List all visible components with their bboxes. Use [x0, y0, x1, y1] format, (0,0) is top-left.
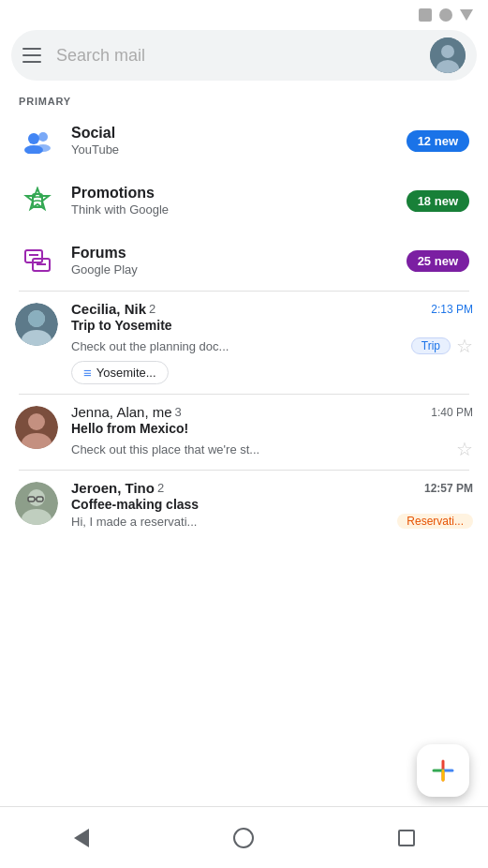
email-cecilia[interactable]: Cecilia, Nik 2 2:13 PM Trip to Yosemite … [0, 292, 488, 394]
email-sender-jeroen: Jeroen, Tino [71, 480, 155, 496]
email-subject-jeroen: Coffee-making class [71, 497, 473, 512]
section-primary-label: PRIMARY [0, 88, 488, 111]
avatar-jeroen [15, 482, 58, 525]
category-forums[interactable]: Forums Google Play 25 new [0, 231, 488, 291]
avatar-jenna [15, 406, 58, 449]
doc-label-cecilia: Yosemite... [96, 366, 156, 380]
email-time-jeroen: 12:57 PM [424, 482, 473, 495]
email-time-jenna: 1:40 PM [431, 406, 473, 419]
email-preview-jeroen: Hi, I made a reservati... [71, 515, 392, 529]
email-jeroen[interactable]: Jeroen, Tino 2 12:57 PM Coffee-making cl… [0, 471, 488, 538]
email-sender-row: Cecilia, Nik 2 [71, 301, 155, 317]
promotions-name: Promotions [71, 185, 407, 202]
email-body-cecilia: Cecilia, Nik 2 2:13 PM Trip to Yosemite … [71, 301, 473, 384]
email-tag-cecilia: Trip [411, 337, 451, 354]
nav-back-button[interactable] [67, 824, 96, 852]
back-icon [74, 829, 89, 847]
forums-icon [19, 242, 56, 279]
promotions-badge: 18 new [407, 190, 469, 212]
doc-chip-cecilia[interactable]: ≡ Yosemite... [71, 361, 169, 384]
email-count-jeroen: 2 [157, 481, 164, 495]
forums-info: Forums Google Play [71, 245, 407, 277]
status-icon-square [419, 8, 432, 22]
svg-point-17 [28, 413, 45, 430]
svg-point-6 [36, 144, 51, 152]
social-name: Social [71, 125, 407, 142]
user-avatar[interactable] [430, 37, 466, 73]
bottom-nav [0, 806, 488, 868]
social-info: Social YouTube [71, 125, 407, 157]
star-cecilia[interactable]: ☆ [456, 335, 473, 357]
email-sender-row-jenna: Jenna, Alan, me 3 [71, 404, 182, 420]
svg-point-4 [38, 132, 48, 142]
search-bar[interactable]: Search mail [11, 30, 477, 81]
email-body-jenna: Jenna, Alan, me 3 1:40 PM Hello from Mex… [71, 404, 473, 460]
email-sender-jenna: Jenna, Alan, me [71, 404, 172, 420]
email-subject-jenna: Hello from Mexico! [71, 421, 473, 436]
search-input-placeholder[interactable]: Search mail [56, 46, 430, 66]
menu-button[interactable] [22, 48, 41, 63]
home-icon [233, 828, 254, 848]
star-jenna[interactable]: ☆ [456, 438, 473, 460]
email-sender-row-jeroen: Jeroen, Tino 2 [71, 480, 164, 496]
doc-icon: ≡ [83, 365, 92, 381]
svg-point-15 [28, 310, 45, 327]
category-social[interactable]: Social YouTube 12 new [0, 111, 488, 171]
promotions-icon [19, 182, 56, 219]
forums-badge: 25 new [407, 250, 469, 272]
social-badge: 12 new [407, 130, 469, 152]
nav-recents-button[interactable] [392, 824, 421, 852]
email-preview-jenna: Check out this place that we're st... [71, 442, 451, 456]
email-count-cecilia: 2 [149, 302, 155, 316]
avatar-cecilia [15, 303, 58, 346]
social-sub: YouTube [71, 142, 407, 157]
email-preview-cecilia: Check out the planning doc... [71, 339, 406, 353]
compose-fab[interactable] [417, 744, 469, 797]
nav-home-button[interactable] [229, 824, 258, 852]
status-icon-triangle [460, 9, 473, 21]
promotions-info: Promotions Think with Google [71, 185, 407, 217]
email-body-jeroen: Jeroen, Tino 2 12:57 PM Coffee-making cl… [71, 480, 473, 529]
forums-name: Forums [71, 245, 407, 262]
status-icon-circle [439, 8, 452, 22]
email-sender-cecilia: Cecilia, Nik [71, 301, 146, 317]
social-icon [19, 122, 56, 159]
status-bar [0, 0, 488, 30]
svg-point-1 [441, 45, 454, 58]
email-jenna[interactable]: Jenna, Alan, me 3 1:40 PM Hello from Mex… [0, 395, 488, 470]
email-list: Cecilia, Nik 2 2:13 PM Trip to Yosemite … [0, 292, 488, 538]
email-time-cecilia: 2:13 PM [431, 303, 473, 316]
email-count-jenna: 3 [175, 405, 182, 419]
recents-icon [398, 830, 415, 846]
svg-point-3 [28, 133, 39, 144]
forums-sub: Google Play [71, 262, 407, 277]
reservation-chip-jeroen: Reservati... [397, 514, 473, 529]
email-subject-cecilia: Trip to Yosemite [71, 318, 473, 333]
category-list: Social YouTube 12 new Promotions Think w… [0, 111, 488, 291]
category-promotions[interactable]: Promotions Think with Google 18 new [0, 171, 488, 231]
promotions-sub: Think with Google [71, 202, 407, 217]
